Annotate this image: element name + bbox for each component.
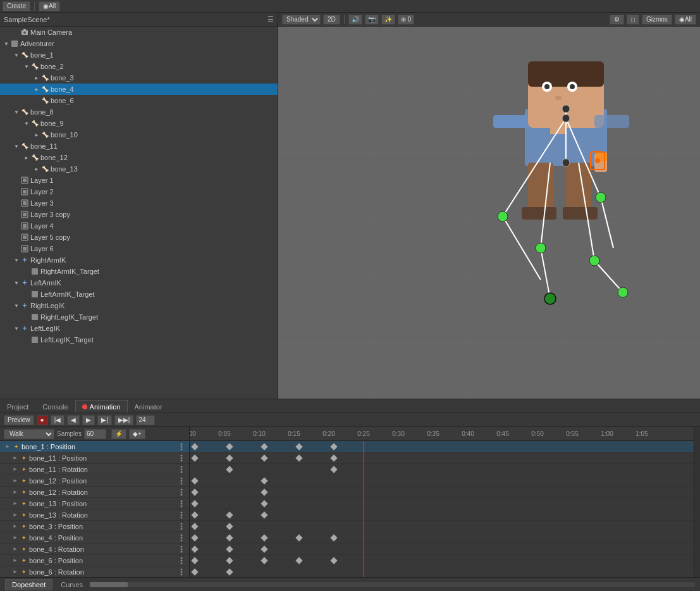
tree-item-layer_3_copy[interactable]: Layer 3 copy [0,209,278,220]
keyframe-bone_12_pos-0[interactable] [191,477,198,484]
tree-arrow-leftlegik[interactable]: ▼ [13,325,20,332]
tree-item-leftarmik[interactable]: ▼+LeftArmIK [0,277,278,289]
aspect-btn[interactable]: □ [627,15,639,25]
tree-item-leftarmik_target[interactable]: LeftArmIK_Target [0,289,278,300]
timeline-track-bone_6_pos[interactable] [190,555,694,566]
track-expand-bone_13_rot[interactable]: ► [11,511,19,519]
track-expand-bone_6_rot[interactable]: ► [11,568,19,576]
keyframe-bone_1_pos-0[interactable] [191,443,198,450]
timeline-track-bone_3_pos[interactable] [190,521,694,532]
track-expand-bone_4_rot[interactable]: ► [11,545,19,553]
keyframe-bone_11_pos-220[interactable] [330,454,337,461]
track-expand-bone_3_pos[interactable]: ► [11,523,19,530]
track-dots-bone_12_pos[interactable] [176,476,187,486]
keyframe-bone_6_rot-55[interactable] [226,568,233,575]
tree-arrow-bone_4[interactable]: ► [33,85,40,93]
keyframe-bone_6_rot-0[interactable] [191,568,198,575]
timeline-track-bone_13_rot[interactable] [190,509,694,521]
keyframe-bone_6_pos-0[interactable] [191,557,198,564]
scene-tools-btn[interactable]: ⚙ [610,15,624,25]
keyframe-bone_11_pos-55[interactable] [226,454,233,461]
timeline-track-bone_1_pos[interactable] [190,441,694,452]
tree-item-bone_3[interactable]: ►🦴bone_3 [0,72,278,84]
scene-all-btn[interactable]: ◉All [675,15,696,25]
track-expand-bone_6_pos[interactable]: ► [11,557,19,564]
tree-item-leftlegik_target[interactable]: LeftLegIK_Target [0,334,278,345]
tree-arrow-layer_3_copy[interactable] [13,211,20,218]
record-button[interactable]: ● [37,415,48,425]
tree-item-bone_11[interactable]: ▼🦴bone_11 [0,140,278,152]
tree-item-rightarmik_target[interactable]: RightArmIK_Target [0,266,278,277]
keyframe-bone_12_rot-110[interactable] [261,488,267,495]
track-expand-bone_13_pos[interactable]: ► [11,500,19,507]
track-label-bone_11_rot[interactable]: ►✦bone_11 : Rotation [0,464,189,475]
tree-item-layer_3[interactable]: Layer 3 [0,197,278,209]
tab-console[interactable]: Console [35,400,75,413]
tree-item-layer_4[interactable]: Layer 4 [0,220,278,232]
track-expand-bone_1_pos[interactable]: ► [4,443,11,451]
prev-frame-button[interactable]: ◀ [67,415,80,425]
keyframe-bone_11_pos-165[interactable] [295,454,302,461]
keyframe-bone_4_rot-110[interactable] [261,545,267,552]
tree-arrow-bone_9[interactable]: ▼ [23,120,30,127]
keyframe-bone_12_pos-110[interactable] [261,477,267,484]
track-expand-bone_12_rot[interactable]: ► [11,488,19,496]
tree-arrow-bone_6[interactable] [33,97,40,104]
keyframe-bone_11_rot-220[interactable] [330,466,337,473]
tree-arrow-layer_3[interactable] [13,199,20,207]
tree-arrow-bone_11[interactable]: ▼ [13,142,20,150]
hierarchy-menu-icon[interactable]: ☰ [267,15,274,23]
keyframe-bone_1_pos-110[interactable] [261,443,267,450]
track-expand-bone_11_rot[interactable]: ► [11,466,19,473]
keyframe-bone_13_rot-0[interactable] [191,511,198,518]
track-dots-bone_1_pos[interactable] [176,442,187,452]
keyframe-bone_11_rot-55[interactable] [226,466,233,473]
track-label-bone_12_pos[interactable]: ►✦bone_12 : Position [0,475,189,487]
track-dots-bone_11_pos[interactable] [176,453,187,463]
tree-arrow-bone_12[interactable]: ► [23,154,30,161]
tree-arrow-adventurer[interactable]: ▼ [3,40,10,47]
tree-arrow-rightarmik_target[interactable] [23,268,30,275]
track-dots-bone_12_rot[interactable] [176,487,187,497]
track-dots-bone_13_pos[interactable] [176,499,187,509]
create-button[interactable]: Create [3,1,30,11]
dopesheet-tab[interactable]: Dopesheet [5,579,52,590]
track-label-bone_13_rot[interactable]: ►✦bone_13 : Rotation [0,509,189,521]
keyframe-bone_6_pos-165[interactable] [295,557,302,564]
speaker-icon-btn[interactable]: 🔊 [348,15,362,25]
track-label-bone_6_rot[interactable]: ►✦bone_6 : Rotation [0,566,189,577]
add-event-button[interactable]: ⚡ [111,429,126,439]
track-label-bone_1_pos[interactable]: ►✦bone_1 : Position [0,441,189,452]
track-label-bone_12_rot[interactable]: ►✦bone_12 : Rotation [0,487,189,498]
keyframe-bone_11_pos-0[interactable] [191,454,198,461]
scene-canvas[interactable] [278,27,700,399]
tree-item-main-camera[interactable]: Main Camera [0,27,278,38]
fx-btn[interactable]: ✨ [381,15,395,25]
tree-arrow-leftarmik_target[interactable] [23,290,30,298]
track-dots-bone_4_rot[interactable] [176,544,187,554]
keyframe-bone_4_pos-110[interactable] [261,534,267,541]
tree-item-rightlegik_target[interactable]: RightLegIK_Target [0,311,278,323]
tree-item-bone_12[interactable]: ►🦴bone_12 [0,152,278,163]
keyframe-bone_4_pos-55[interactable] [226,534,233,541]
track-dots-bone_13_rot[interactable] [176,510,187,520]
tree-item-bone_10[interactable]: ►🦴bone_10 [0,129,278,140]
tree-item-bone_8[interactable]: ▼🦴bone_8 [0,106,278,118]
tree-arrow-bone_1[interactable]: ▼ [13,51,20,59]
layers-btn[interactable]: ⊕ 0 [398,15,414,25]
keyframe-bone_3_pos-0[interactable] [191,523,198,530]
timeline-hscroll[interactable] [90,582,695,587]
tree-item-bone_9[interactable]: ▼🦴bone_9 [0,118,278,129]
track-dots-bone_6_pos[interactable] [176,556,187,566]
track-expand-bone_4_pos[interactable]: ► [11,534,19,542]
play-button[interactable]: ▶ [82,415,95,425]
timeline-track-bone_4_rot[interactable] [190,544,694,555]
track-label-bone_11_pos[interactable]: ►✦bone_11 : Position [0,452,189,464]
keyframe-bone_1_pos-55[interactable] [226,443,233,450]
tree-item-bone_4[interactable]: ►🦴bone_4 [0,84,278,95]
tree-item-layer_2[interactable]: Layer 2 [0,186,278,197]
tree-arrow-bone_13[interactable]: ► [33,165,40,173]
tree-item-adventurer[interactable]: ▼Adventurer [0,38,278,49]
tree-arrow-leftarmik[interactable]: ▼ [13,279,20,287]
tree-arrow-layer_1[interactable] [13,177,20,184]
